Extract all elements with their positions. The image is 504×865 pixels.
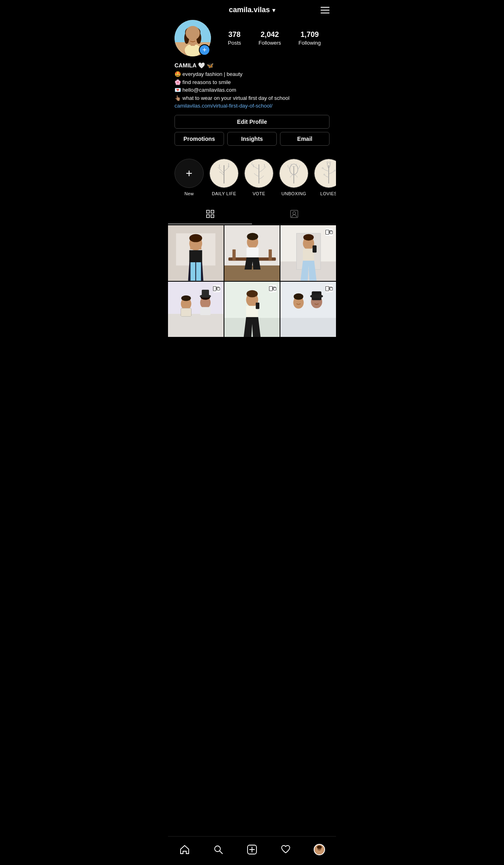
nav-home[interactable] (176, 841, 194, 859)
svg-point-9 (189, 37, 191, 39)
highlights-row: + New (174, 159, 330, 198)
profile-top: + 378 Posts 2,042 Followers 1,709 Follow… (174, 20, 330, 56)
highlight-lovies[interactable]: LOVIES (314, 159, 336, 196)
highlight-label-unboxing: UNBOXING (281, 191, 306, 196)
highlight-circle-new: + (174, 159, 204, 188)
svg-rect-68 (202, 289, 209, 297)
nav-profile[interactable] (310, 841, 328, 859)
svg-rect-70 (200, 307, 211, 315)
add-icon (247, 844, 257, 855)
following-stat[interactable]: 1,709 Following (299, 30, 321, 46)
svg-rect-41 (269, 249, 272, 261)
bio-name: CAMILA 🤍 🦋 (174, 62, 330, 69)
highlight-label-vote: VOTE (252, 191, 265, 196)
svg-rect-81 (330, 287, 333, 290)
heart-icon (280, 844, 291, 855)
profile-avatar-icon (314, 844, 325, 855)
svg-point-98 (317, 846, 322, 849)
bio-line3: 💌 hello@camilavilas.com (174, 86, 330, 94)
followers-stat[interactable]: 2,042 Followers (258, 30, 281, 46)
highlight-label-daily-life: DAILY LIFE (212, 191, 236, 196)
add-highlight-icon: + (186, 167, 192, 180)
highlight-unboxing[interactable]: UNBOXING (279, 159, 308, 196)
svg-rect-57 (217, 287, 220, 290)
highlight-circle-unboxing (279, 159, 308, 188)
svg-point-6 (185, 27, 200, 37)
grid-icon (205, 209, 215, 219)
bio-line4: 👆🏽 what to wear on your virtual first da… (174, 94, 330, 102)
highlights-section: + New (168, 159, 336, 204)
posts-label: Posts (228, 40, 241, 46)
nav-search[interactable] (209, 841, 227, 859)
highlight-vote[interactable]: VOTE (244, 159, 274, 196)
grid-cell-6[interactable] (280, 282, 336, 337)
menu-icon[interactable] (321, 7, 330, 13)
add-story-button[interactable]: + (199, 44, 210, 56)
svg-rect-54 (303, 248, 314, 261)
svg-point-7 (184, 32, 189, 44)
svg-rect-33 (189, 250, 202, 262)
search-icon (213, 844, 224, 855)
svg-point-90 (310, 294, 323, 298)
posts-stat[interactable]: 378 Posts (228, 30, 241, 46)
highlight-daily-life[interactable]: DAILY LIFE (209, 159, 239, 196)
header-username[interactable]: camila.vilas ▾ (229, 6, 275, 14)
svg-point-77 (246, 290, 258, 297)
svg-point-26 (293, 212, 295, 215)
nav-add[interactable] (243, 841, 261, 859)
nav-heart[interactable] (277, 841, 295, 859)
followers-label: Followers (258, 40, 281, 46)
svg-rect-38 (224, 265, 280, 281)
following-label: Following (299, 40, 321, 46)
home-icon (179, 844, 190, 855)
svg-rect-72 (274, 287, 276, 290)
grid-cell-4[interactable] (168, 282, 224, 337)
bio-section: CAMILA 🤍 🦋 🤩 everyday fashion | beauty 🌸… (174, 62, 330, 109)
multi-post-icon (325, 229, 333, 236)
svg-point-10 (195, 37, 197, 39)
avatar-wrap: + (174, 20, 211, 56)
svg-point-86 (294, 293, 304, 300)
multi-post-icon (325, 285, 333, 292)
svg-rect-31 (190, 245, 201, 250)
tab-tagged[interactable] (252, 204, 336, 224)
svg-rect-40 (232, 249, 235, 261)
person-tag-icon (289, 209, 299, 219)
highlight-circle-lovies (314, 159, 336, 188)
followers-count: 2,042 (258, 30, 281, 39)
highlight-label-lovies: LOVIES (320, 191, 336, 196)
svg-rect-22 (211, 210, 214, 213)
svg-rect-24 (211, 215, 214, 218)
svg-rect-45 (246, 247, 258, 257)
promotions-button[interactable]: Promotions (174, 132, 224, 146)
highlight-new[interactable]: + New (174, 159, 204, 196)
svg-rect-23 (207, 215, 209, 218)
multi-post-icon (269, 285, 276, 292)
svg-point-8 (196, 32, 201, 44)
username-text: camila.vilas (229, 6, 270, 14)
header: camila.vilas ▾ (168, 0, 336, 20)
stats-row: 378 Posts 2,042 Followers 1,709 Followin… (219, 30, 330, 46)
svg-line-92 (220, 851, 223, 854)
grid-cell-1[interactable] (168, 225, 224, 281)
tab-grid[interactable] (168, 204, 252, 224)
chevron-down-icon: ▾ (272, 7, 275, 13)
insights-button[interactable]: Insights (227, 132, 277, 146)
highlight-label-new: New (185, 191, 194, 196)
tabs-section (168, 204, 336, 224)
edit-profile-button[interactable]: Edit Profile (174, 115, 330, 129)
svg-point-62 (181, 295, 191, 301)
svg-point-53 (304, 234, 314, 241)
secondary-buttons: Promotions Insights Email (174, 132, 330, 146)
photo-grid (168, 225, 336, 337)
bio-link[interactable]: camilavilas.com/virtual-first-day-of-sch… (174, 103, 272, 109)
posts-count: 378 (228, 30, 241, 39)
following-count: 1,709 (299, 30, 321, 39)
grid-cell-3[interactable] (280, 225, 336, 281)
grid-cell-2[interactable] (224, 225, 280, 281)
multi-post-icon (213, 285, 220, 292)
svg-rect-47 (330, 231, 333, 234)
bio-line2: 🌸 find reasons to smile (174, 78, 330, 86)
email-button[interactable]: Email (280, 132, 330, 146)
grid-cell-5[interactable] (224, 282, 280, 337)
